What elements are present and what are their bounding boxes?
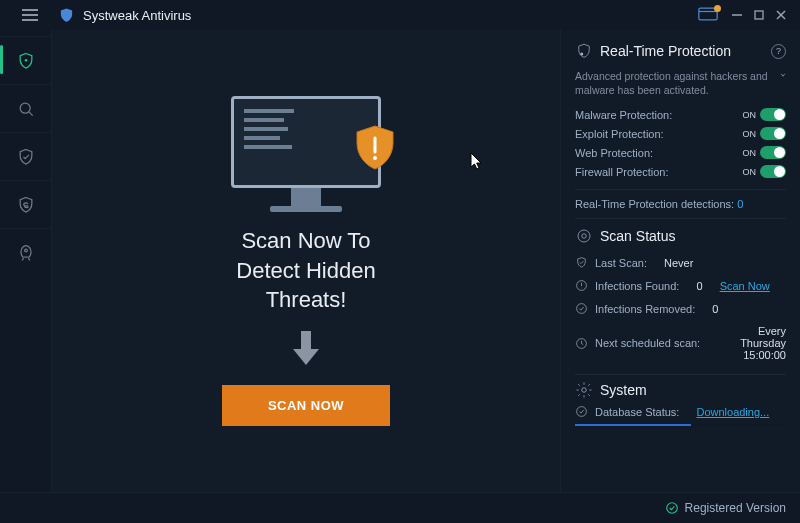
svg-point-7 (20, 103, 30, 113)
infections-found-row: Infections Found: 0 Scan Now (575, 279, 786, 292)
shield-alert-icon (575, 42, 593, 60)
svg-point-9 (24, 249, 27, 252)
nav-home-shield[interactable] (0, 36, 52, 82)
rtp-detections: Real-Time Protection detections: 0 (575, 198, 786, 210)
toggle-switch[interactable] (760, 146, 786, 159)
db-status-link[interactable]: Downloading... (696, 406, 769, 418)
main-area: Scan Now To Detect Hidden Threats! SCAN … (52, 30, 800, 492)
warning-shield-icon (353, 124, 397, 174)
scan-now-link[interactable]: Scan Now (720, 280, 770, 292)
svg-point-24 (666, 503, 677, 514)
toggle-switch[interactable] (760, 127, 786, 140)
registered-label: Registered Version (685, 501, 786, 515)
nav-browser[interactable] (0, 180, 52, 226)
nav-search[interactable] (0, 84, 52, 130)
card-badge-icon[interactable] (698, 7, 720, 23)
svg-point-6 (24, 58, 27, 61)
svg-line-8 (28, 111, 32, 115)
svg-point-23 (577, 407, 587, 417)
toggle-switch[interactable] (760, 165, 786, 178)
scan-status-header: Scan Status (575, 227, 786, 245)
maximize-button[interactable] (748, 5, 770, 25)
rtp-header: Real-Time Protection ? (575, 42, 786, 60)
infections-removed-row: Infections Removed: 0 (575, 302, 786, 315)
sidebar (0, 30, 52, 492)
toggle-firewall: Firewall Protection:ON (575, 165, 786, 178)
gear-icon (575, 381, 593, 399)
nav-protection[interactable] (0, 132, 52, 178)
svg-point-15 (578, 230, 590, 242)
monitor-illustration (231, 96, 381, 212)
svg-rect-12 (301, 331, 311, 349)
svg-point-11 (373, 156, 377, 160)
check-circle-icon (665, 501, 679, 515)
arrow-down-icon (290, 329, 322, 371)
close-button[interactable] (770, 5, 792, 25)
menu-button[interactable] (8, 9, 52, 21)
svg-rect-3 (755, 11, 763, 19)
footer: Registered Version (0, 492, 800, 523)
scan-icon (575, 227, 593, 245)
svg-point-22 (582, 388, 587, 393)
help-icon[interactable]: ? (771, 44, 786, 59)
toggle-web: Web Protection:ON (575, 146, 786, 159)
toggle-malware: Malware Protection:ON (575, 108, 786, 121)
toggle-exploit: Exploit Protection:ON (575, 127, 786, 140)
svg-point-14 (580, 53, 583, 56)
toggle-switch[interactable] (760, 108, 786, 121)
scan-now-button[interactable]: SCAN NOW (222, 385, 390, 426)
system-section: System Database Status: Downloading... (575, 374, 786, 426)
center-hero: Scan Now To Detect Hidden Threats! SCAN … (52, 30, 560, 492)
download-progress (575, 424, 786, 426)
svg-point-16 (582, 234, 587, 239)
titlebar: Systweak Antivirus (0, 0, 800, 30)
app-title: Systweak Antivirus (83, 8, 191, 23)
hero-headline: Scan Now To Detect Hidden Threats! (236, 226, 375, 315)
db-status-row: Database Status: Downloading... (575, 405, 786, 418)
last-scan-row: Last Scan: Never (575, 256, 786, 269)
shell: Scan Now To Detect Hidden Threats! SCAN … (0, 30, 800, 492)
right-panel: Real-Time Protection ? Advanced protecti… (560, 30, 800, 492)
nav-boost[interactable] (0, 228, 52, 274)
next-scan-row: Next scheduled scan: Every Thursday 15:0… (575, 325, 786, 361)
rtp-description: Advanced protection against hackers and … (575, 70, 786, 97)
minimize-button[interactable] (726, 5, 748, 25)
svg-point-20 (577, 304, 587, 314)
brand-shield-icon (58, 7, 75, 24)
svg-point-19 (581, 288, 582, 289)
svg-marker-13 (293, 349, 319, 365)
chevron-down-icon[interactable] (780, 70, 786, 80)
